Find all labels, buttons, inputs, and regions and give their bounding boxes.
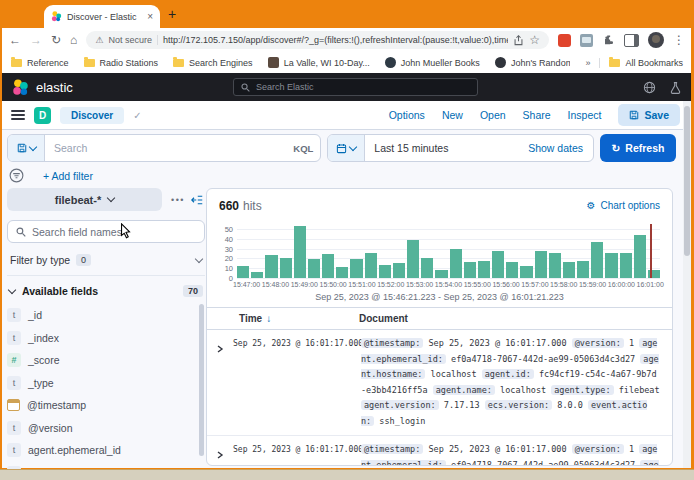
calendar-button[interactable] bbox=[328, 135, 365, 161]
page-scrollbar[interactable] bbox=[683, 101, 691, 468]
query-bar: Search KQL Last 15 minutes Show dates ↻ … bbox=[7, 134, 676, 162]
refresh-button[interactable]: ↻ Refresh bbox=[600, 134, 676, 162]
menu-hamburger-icon[interactable] bbox=[11, 110, 25, 120]
collapse-sidebar-icon[interactable] bbox=[191, 194, 203, 206]
nav-link-options[interactable]: Options bbox=[389, 109, 425, 121]
histogram-bar[interactable] bbox=[435, 270, 447, 278]
histogram-bar[interactable] bbox=[237, 266, 249, 278]
histogram-plot bbox=[237, 224, 660, 278]
chart-options-button[interactable]: ⚙ Chart options bbox=[587, 200, 660, 211]
histogram-bar[interactable] bbox=[365, 253, 377, 278]
back-icon[interactable]: ← bbox=[9, 34, 21, 46]
bookmarks-overflow-icon[interactable]: » bbox=[585, 58, 590, 68]
histogram-chart[interactable]: 01020304050 bbox=[237, 224, 660, 278]
sort-descending-icon[interactable]: ↓ bbox=[266, 313, 271, 324]
expand-row-icon[interactable] bbox=[207, 442, 233, 466]
all-bookmarks-button[interactable]: All Bookmarks bbox=[609, 58, 683, 68]
index-pattern-selector[interactable]: filebeat-* bbox=[7, 188, 162, 211]
bookmark-item[interactable]: Radio Stations bbox=[84, 58, 159, 68]
available-fields-header[interactable]: Available fields 70 bbox=[7, 285, 205, 297]
kql-selector[interactable]: KQL bbox=[286, 135, 320, 161]
histogram-bar[interactable] bbox=[535, 251, 547, 278]
new-tab-button[interactable]: + bbox=[168, 6, 176, 22]
reload-icon[interactable]: ↻ bbox=[51, 34, 61, 46]
filter-by-type-control[interactable]: Filter by type 0 bbox=[7, 249, 205, 276]
address-bar[interactable]: ⚠ Not secure http://172.105.7.150/app/di… bbox=[86, 31, 549, 49]
field-item[interactable]: #_score bbox=[7, 349, 195, 372]
more-options-icon[interactable]: ••• bbox=[171, 195, 185, 205]
field-item[interactable]: tagent.ephemeral_id bbox=[7, 439, 195, 462]
histogram-bar[interactable] bbox=[492, 251, 504, 278]
field-item[interactable]: t@version bbox=[7, 417, 195, 440]
space-badge[interactable]: D bbox=[34, 107, 51, 124]
histogram-bar[interactable] bbox=[421, 258, 433, 278]
nav-link-new[interactable]: New bbox=[442, 109, 463, 121]
nav-link-inspect[interactable]: Inspect bbox=[568, 109, 602, 121]
histogram-bar[interactable] bbox=[280, 258, 292, 278]
histogram-bar[interactable] bbox=[591, 242, 603, 278]
histogram-bar[interactable] bbox=[450, 249, 462, 278]
histogram-bar[interactable] bbox=[294, 226, 306, 278]
field-item[interactable]: t_id bbox=[7, 304, 195, 327]
expand-row-icon[interactable] bbox=[207, 336, 233, 429]
histogram-bar[interactable] bbox=[265, 255, 277, 278]
add-filter-button[interactable]: + Add filter bbox=[43, 170, 93, 182]
bookmark-item[interactable]: Reference bbox=[11, 58, 69, 68]
bookmark-star-icon[interactable]: ☆ bbox=[529, 34, 540, 46]
histogram-bar[interactable] bbox=[379, 265, 391, 278]
field-item[interactable]: t_type bbox=[7, 372, 195, 395]
histogram-bar[interactable] bbox=[393, 263, 405, 278]
histogram-bar[interactable] bbox=[251, 272, 263, 278]
histogram-bar[interactable] bbox=[350, 259, 362, 278]
browser-tab[interactable]: Discover - Elastic × bbox=[44, 5, 160, 28]
show-dates-link[interactable]: Show dates bbox=[528, 135, 593, 161]
search-input[interactable]: Search bbox=[45, 135, 286, 161]
bookmark-item[interactable]: John Mueller Books bbox=[385, 57, 480, 68]
sidebar-scrollbar-thumb[interactable] bbox=[199, 304, 204, 456]
bookmark-item[interactable]: La Valle, WI 10-Day... bbox=[268, 57, 370, 68]
histogram-bar[interactable] bbox=[478, 261, 490, 278]
scrollbar-thumb[interactable] bbox=[684, 106, 690, 256]
histogram-bar[interactable] bbox=[322, 254, 334, 278]
adblock-extension-icon[interactable] bbox=[558, 34, 571, 47]
save-button[interactable]: Save bbox=[618, 104, 680, 126]
profile-avatar[interactable] bbox=[648, 32, 664, 48]
histogram-bar[interactable] bbox=[464, 262, 476, 278]
field-item[interactable]: t_index bbox=[7, 327, 195, 350]
url-text[interactable]: http://172.105.7.150/app/discover#/?_g=(… bbox=[163, 35, 508, 45]
histogram-bar[interactable] bbox=[506, 262, 518, 278]
histogram-bar[interactable] bbox=[520, 266, 532, 278]
histogram-bar[interactable] bbox=[577, 261, 589, 278]
nav-link-open[interactable]: Open bbox=[480, 109, 506, 121]
global-search-input[interactable]: Search Elastic bbox=[233, 78, 478, 96]
histogram-bar[interactable] bbox=[549, 253, 561, 278]
breadcrumb-discover[interactable]: Discover bbox=[60, 107, 124, 124]
browser-menu-icon[interactable]: ⋮ bbox=[673, 34, 685, 46]
lab-flask-icon[interactable] bbox=[669, 81, 682, 94]
filter-menu-icon[interactable] bbox=[9, 168, 24, 183]
field-search-input[interactable]: Search field names bbox=[7, 220, 205, 243]
time-column-header[interactable]: Time ↓ bbox=[239, 313, 359, 324]
histogram-bar[interactable] bbox=[308, 259, 320, 278]
extensions-puzzle-icon[interactable] bbox=[602, 34, 615, 47]
histogram-bar[interactable] bbox=[634, 235, 646, 278]
close-tab-icon[interactable]: × bbox=[147, 12, 153, 22]
bookmark-item[interactable]: Search Engines bbox=[173, 58, 253, 68]
share-icon[interactable] bbox=[513, 35, 524, 46]
not-secure-label[interactable]: Not secure bbox=[108, 35, 152, 45]
nav-link-share[interactable]: Share bbox=[523, 109, 551, 121]
forward-icon[interactable]: → bbox=[30, 34, 42, 46]
histogram-bar[interactable] bbox=[605, 253, 617, 278]
screenshot-extension-icon[interactable] bbox=[580, 34, 593, 47]
globe-icon[interactable] bbox=[643, 81, 656, 94]
home-icon[interactable]: ⌂ bbox=[70, 34, 77, 46]
bookmark-item[interactable]: John's Random Tho... bbox=[495, 57, 571, 68]
field-item[interactable]: @timestamp bbox=[7, 394, 195, 417]
histogram-bar[interactable] bbox=[563, 262, 575, 278]
histogram-bar[interactable] bbox=[407, 240, 419, 278]
histogram-bar[interactable] bbox=[620, 253, 632, 278]
time-range-value[interactable]: Last 15 minutes bbox=[365, 135, 528, 161]
histogram-bar[interactable] bbox=[336, 267, 348, 278]
saved-query-button[interactable] bbox=[8, 135, 45, 161]
side-panel-icon[interactable] bbox=[624, 34, 639, 47]
